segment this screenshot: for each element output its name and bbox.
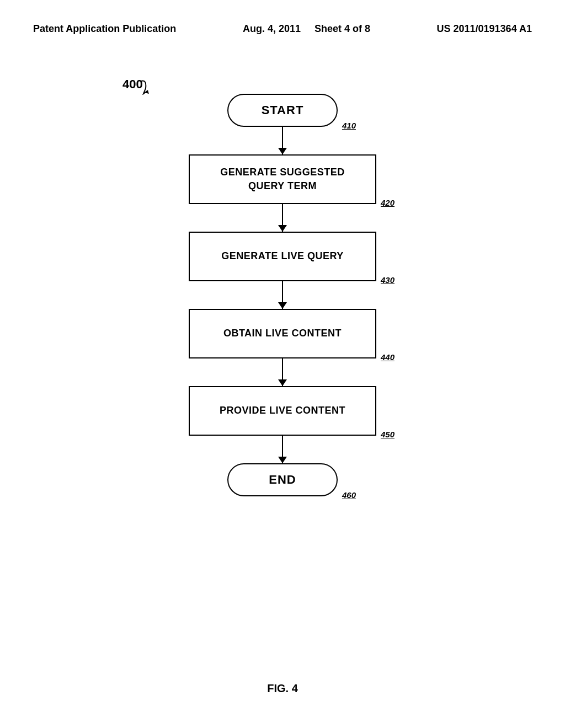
- date-text: Aug. 4, 2011: [243, 23, 301, 34]
- generate-live-query-ref: 430: [381, 275, 395, 285]
- end-node: END 460: [227, 463, 338, 496]
- obtain-live-content-label: OBTAIN LIVE CONTENT: [223, 326, 342, 340]
- obtain-live-content-ref: 440: [381, 352, 395, 362]
- publication-date: Aug. 4, 2011 Sheet 4 of 8: [243, 22, 370, 36]
- arrow-4: [282, 358, 284, 386]
- arrow-1: [282, 127, 284, 154]
- end-ref: 460: [342, 490, 356, 500]
- generate-suggested-ref: 420: [381, 198, 395, 207]
- arrow-2: [282, 204, 284, 232]
- provide-live-content-ref: 450: [381, 430, 395, 439]
- sheet-text: Sheet 4 of 8: [315, 23, 370, 34]
- figure-label: FIG. 4: [267, 682, 298, 695]
- start-ref: 410: [342, 121, 356, 130]
- start-label: START: [262, 103, 304, 117]
- flowchart-diagram: 400 START 410 GENERATE SUGGESTEDQUERY TE…: [89, 77, 476, 496]
- provide-live-content-node: PROVIDE LIVE CONTENT 450: [189, 386, 376, 436]
- arrow-indicator-icon: [140, 78, 157, 95]
- diagram-id-label: 400: [122, 77, 143, 92]
- generate-suggested-node: GENERATE SUGGESTEDQUERY TERM 420: [189, 154, 376, 204]
- publication-title: Patent Application Publication: [33, 22, 176, 36]
- flowchart-inner: START 410 GENERATE SUGGESTEDQUERY TERM 4…: [89, 77, 476, 496]
- arrow-3: [282, 281, 284, 309]
- provide-live-content-label: PROVIDE LIVE CONTENT: [220, 404, 345, 417]
- page-header: Patent Application Publication Aug. 4, 2…: [0, 22, 565, 36]
- generate-live-query-node: GENERATE LIVE QUERY 430: [189, 232, 376, 281]
- patent-number: US 2011/0191364 A1: [437, 22, 532, 36]
- generate-suggested-label: GENERATE SUGGESTEDQUERY TERM: [220, 165, 345, 193]
- end-label: END: [269, 473, 296, 487]
- generate-live-query-label: GENERATE LIVE QUERY: [221, 249, 344, 263]
- obtain-live-content-node: OBTAIN LIVE CONTENT 440: [189, 309, 376, 358]
- arrow-5: [282, 436, 284, 463]
- start-node: START 410: [227, 94, 338, 127]
